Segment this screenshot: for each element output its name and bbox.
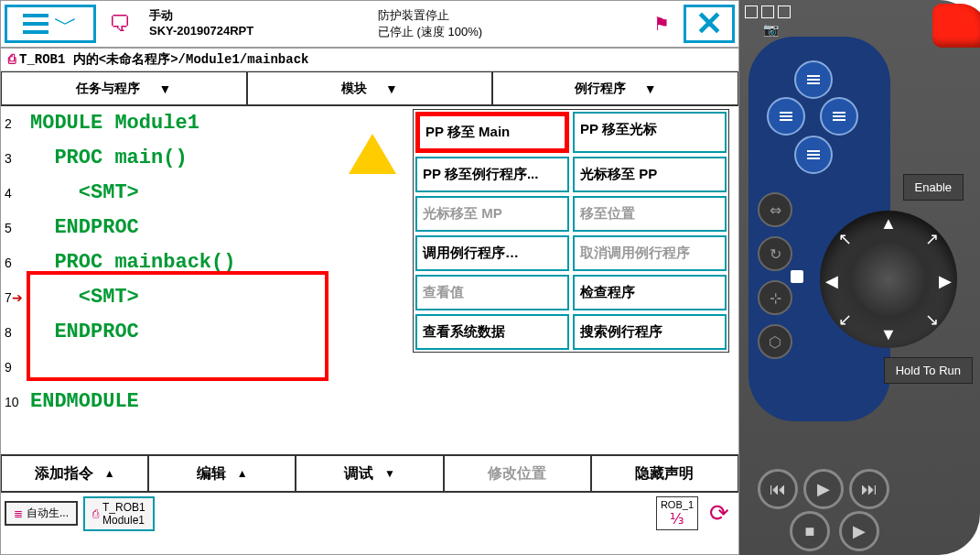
- arrow-up-icon: ▲: [880, 214, 897, 234]
- arrow-down-icon: ▼: [880, 325, 897, 344]
- step-forward-button[interactable]: ⏭: [849, 469, 889, 509]
- menu-call-routine[interactable]: 调用例行程序…: [415, 235, 569, 271]
- task-autogen[interactable]: ≣ 自动生...: [5, 501, 78, 526]
- menu-cursor-to-mp: 光标移至 MP: [415, 196, 569, 232]
- event-log-icon[interactable]: ⚑: [643, 1, 680, 47]
- taskbar: ≣ 自动生... ⎙ T_ROB1Module1 ROB_1 ⅓ ⟳: [1, 493, 738, 534]
- arrow-left-icon: ◀: [825, 271, 838, 291]
- tab-module[interactable]: 模块▼: [247, 71, 493, 105]
- arrow-diag-icon: ↙: [838, 310, 852, 330]
- dropdown-icon: ▼: [644, 82, 657, 96]
- play-button[interactable]: ▶: [803, 469, 844, 509]
- task-trob1-module1[interactable]: ⎙ T_ROB1Module1: [83, 496, 155, 531]
- arrow-diag-icon: ↗: [925, 229, 939, 249]
- line-number-gutter: 2 3 4 5 6 7➔ 8 9 10: [1, 106, 27, 419]
- menu-view-value: 查看值: [415, 275, 569, 310]
- emergency-stop-button[interactable]: [932, 4, 980, 48]
- arrow-diag-icon: ↘: [925, 310, 939, 330]
- guard-status: 防护装置停止: [378, 7, 449, 24]
- warning-icon: [349, 134, 396, 174]
- task-icon: ≣: [14, 507, 23, 520]
- editor-bottom-tabs: 添加指令▲ 编辑▲ 调试▼ 修改位置 隐藏声明: [1, 454, 738, 493]
- hw-toggle-axis[interactable]: ⊹: [758, 280, 792, 315]
- btab-modify-position: 修改位置: [444, 455, 591, 492]
- quickset-icon[interactable]: ⟳: [704, 499, 735, 528]
- close-button[interactable]: ✕: [684, 5, 735, 43]
- arrow-diag-icon: ↖: [838, 229, 852, 249]
- menu-move-to-position: 移至位置: [573, 196, 727, 232]
- hw-toggle-reorient[interactable]: ↻: [758, 236, 792, 271]
- hw-toggle-linear[interactable]: ⇔: [758, 192, 792, 227]
- flexpendant-screen: ﹀ 🗨 手动 防护装置停止 SKY-20190724RPT 已停止 (速度 10…: [0, 0, 739, 555]
- joystick-well: ▲ ▼ ◀ ▶ ↖ ↗ ↙ ↘: [820, 211, 957, 348]
- code-lines: MODULE Module1 PROC main() <SMT> ENDPROC…: [30, 106, 235, 419]
- hw-button-a[interactable]: [794, 60, 833, 99]
- menu-pp-to-cursor[interactable]: PP 移至光标: [573, 112, 727, 153]
- sim-window-controls[interactable]: [745, 5, 791, 18]
- breadcrumb-path: T_ROB1 内的<未命名程序>/Module1/mainback: [19, 51, 308, 68]
- operator-message-icon[interactable]: 🗨: [100, 1, 140, 47]
- tab-task-program[interactable]: 任务与程序▼: [1, 71, 247, 105]
- hw-button-d[interactable]: [794, 136, 833, 174]
- camera-icon: 📷: [763, 22, 779, 37]
- enable-device-label[interactable]: Enable: [903, 174, 964, 201]
- menu-check-program[interactable]: 检查程序: [573, 275, 727, 310]
- editor-header-tabs: 任务与程序▼ 模块▼ 例行程序▼: [1, 71, 738, 106]
- status-info: 手动 防护装置停止 SKY-20190724RPT 已停止 (速度 100%): [140, 1, 643, 47]
- hamburger-icon: [23, 14, 48, 34]
- speed-fraction: ⅓: [661, 510, 694, 528]
- hw-button-b[interactable]: [767, 97, 805, 136]
- menu-cancel-call-routine: 取消调用例行程序: [573, 235, 727, 271]
- hold-to-run-label[interactable]: Hold To Run: [884, 357, 973, 384]
- tab-routine[interactable]: 例行程序▼: [492, 71, 738, 105]
- program-pointer-icon: ➔: [12, 290, 23, 305]
- dropdown-icon: ▲: [237, 467, 248, 480]
- arrow-right-icon: ▶: [939, 271, 952, 291]
- btab-hide-declarations[interactable]: 隐藏声明: [591, 455, 738, 492]
- chevron-down-icon: ﹀: [54, 8, 78, 40]
- controller-name: SKY-20190724RPT: [149, 24, 378, 40]
- mode-label: 手动: [149, 7, 378, 24]
- run-status: 已停止 (速度 100%): [378, 24, 482, 40]
- dropdown-icon: ▼: [158, 82, 171, 96]
- menu-pp-to-routine[interactable]: PP 移至例行程序...: [415, 157, 569, 192]
- run-button[interactable]: ▶: [839, 511, 879, 551]
- stop-button[interactable]: ■: [790, 511, 830, 551]
- menu-cursor-to-pp[interactable]: 光标移至 PP: [573, 157, 727, 192]
- breadcrumb: ⎙ T_ROB1 内的<未命名程序>/Module1/mainback: [1, 49, 738, 71]
- dropdown-icon: ▼: [385, 82, 398, 96]
- robot-selector[interactable]: ROB_1 ⅓: [656, 496, 698, 530]
- dropdown-icon: ▼: [384, 467, 395, 480]
- dropdown-icon: ▲: [104, 467, 115, 480]
- menu-pp-to-main[interactable]: PP 移至 Main: [415, 112, 569, 153]
- code-editor[interactable]: 2 3 4 5 6 7➔ 8 9 10 MODULE Module1 PROC …: [1, 106, 738, 454]
- hw-toggle-increment[interactable]: ⬡: [758, 324, 792, 359]
- top-status-bar: ﹀ 🗨 手动 防护装置停止 SKY-20190724RPT 已停止 (速度 10…: [1, 1, 738, 49]
- program-icon: ⎙: [8, 52, 16, 67]
- menu-view-system-data[interactable]: 查看系统数据: [415, 314, 569, 350]
- task-icon: ⎙: [92, 507, 99, 520]
- joystick[interactable]: [852, 243, 925, 316]
- pendant-hardware: 📷 ⇔ ↻ ⊹ ⬡ ▲ ▼ ◀ ▶ ↖ ↗ ↙ ↘ Enable Hold To…: [739, 0, 980, 555]
- btab-debug[interactable]: 调试▼: [296, 455, 443, 492]
- step-back-button[interactable]: ⏮: [758, 469, 798, 509]
- btab-edit[interactable]: 编辑▲: [148, 455, 296, 492]
- btab-add-instruction[interactable]: 添加指令▲: [1, 455, 148, 492]
- hw-button-c[interactable]: [820, 97, 858, 136]
- menu-search-routine[interactable]: 搜索例行程序: [573, 314, 727, 350]
- joystick-lock-indicator: [791, 270, 803, 283]
- main-menu-button[interactable]: ﹀: [5, 5, 96, 43]
- debug-popup-menu: PP 移至 Main PP 移至光标 PP 移至例行程序... 光标移至 PP …: [413, 109, 729, 353]
